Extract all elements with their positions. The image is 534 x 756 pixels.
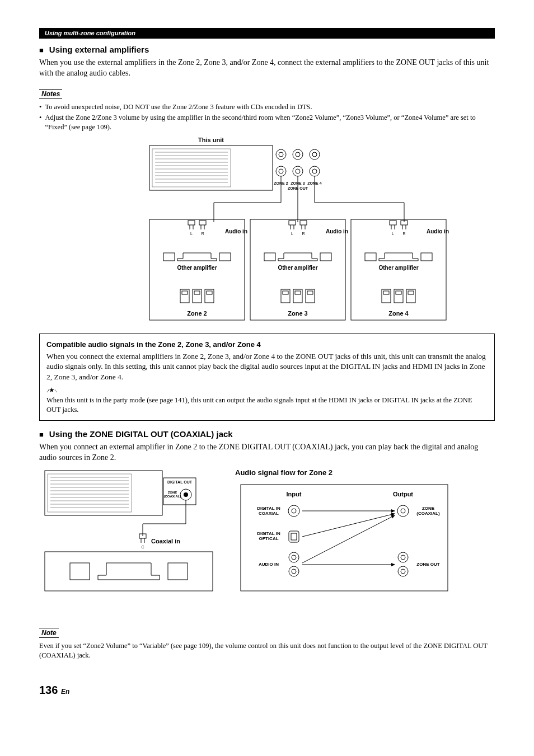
svg-rect-43	[193, 289, 202, 303]
notes-list: To avoid unexpected noise, DO NOT use th…	[39, 102, 495, 132]
svg-rect-84	[396, 291, 401, 294]
svg-rect-83	[394, 289, 403, 303]
svg-point-22	[310, 166, 320, 176]
svg-point-13	[279, 152, 283, 157]
svg-rect-61	[281, 289, 290, 303]
svg-rect-59	[320, 253, 331, 261]
section-title-external-amplifiers: Using external amplifiers	[39, 44, 495, 55]
svg-text:Output: Output	[393, 491, 413, 497]
svg-point-134	[398, 552, 408, 562]
connection-diagram: This unit ZONE 2 ZONE 3 ZONE 4 ZONE OUT	[71, 135, 463, 326]
svg-text:ZONE OUT: ZONE OUT	[416, 562, 439, 567]
svg-point-15	[296, 152, 300, 157]
svg-text:L: L	[392, 232, 394, 236]
svg-point-128	[289, 566, 299, 576]
svg-line-141	[302, 515, 395, 563]
svg-point-18	[276, 166, 286, 176]
svg-text:Input: Input	[287, 491, 302, 497]
svg-rect-78	[365, 253, 376, 261]
svg-rect-29	[188, 220, 195, 225]
svg-point-16	[310, 149, 320, 159]
svg-rect-49	[289, 220, 296, 225]
section-title-zone-digital-out: Using the ZONE DIGITAL OUT (COAXIAL) jac…	[39, 429, 495, 440]
svg-rect-58	[264, 253, 275, 261]
page-num-value: 136	[39, 684, 58, 696]
svg-point-119	[288, 505, 299, 516]
svg-rect-44	[194, 291, 200, 294]
svg-rect-1	[152, 149, 231, 187]
svg-rect-79	[421, 253, 432, 261]
svg-point-120	[292, 509, 296, 513]
svg-rect-64	[295, 291, 301, 294]
compatible-signals-box: Compatible audio signals in the Zone 2, …	[39, 334, 495, 421]
svg-text:R: R	[402, 232, 405, 236]
svg-text:(COAXIAL): (COAXIAL)	[164, 495, 181, 498]
svg-text:Other amplifier: Other amplifier	[278, 265, 317, 271]
svg-text:Zone 4: Zone 4	[388, 310, 409, 317]
svg-text:ZONE: ZONE	[422, 506, 435, 511]
svg-point-129	[292, 569, 296, 574]
svg-rect-46	[207, 291, 212, 294]
compat-hint: When this unit is in the party mode (see…	[46, 396, 488, 415]
svg-rect-63	[293, 289, 302, 303]
note-item: Adjust the Zone 2/Zone 3 volume by using…	[45, 113, 495, 132]
svg-text:AUDIO IN: AUDIO IN	[259, 562, 279, 567]
svg-rect-42	[182, 291, 188, 294]
svg-point-131	[401, 509, 405, 513]
svg-rect-123	[289, 531, 299, 542]
svg-point-14	[293, 149, 303, 159]
zone-box-4: L R Audio in Other amplifier Zone 4	[351, 219, 449, 320]
svg-text:R: R	[302, 232, 305, 236]
svg-text:C: C	[141, 545, 144, 549]
svg-point-136	[398, 566, 408, 576]
hint-icon: .·★·.	[46, 386, 488, 395]
this-unit-label: This unit	[198, 137, 224, 143]
svg-rect-85	[406, 289, 415, 303]
svg-text:Audio in: Audio in	[225, 228, 247, 234]
svg-text:Other amplifier: Other amplifier	[177, 265, 217, 271]
zone-box-2: L R Audio in Other amplifier Zone 2	[149, 219, 247, 320]
breadcrumb: Using multi-zone configuration	[39, 28, 495, 39]
svg-text:OPTICAL: OPTICAL	[259, 536, 278, 541]
zone-box-3: L R Audio in Other amplifier Zone 3	[250, 219, 348, 320]
coaxial-diagram: DIGITAL OUT ZONE (COAXIAL) C Coaxial in	[39, 468, 218, 600]
svg-point-126	[289, 552, 299, 562]
diagram-svg: This unit ZONE 2 ZONE 3 ZONE 4 ZONE OUT	[71, 135, 463, 326]
svg-point-20	[293, 166, 303, 176]
compat-title: Compatible audio signals in the Zone 2, …	[46, 340, 488, 350]
section1-body: When you use the external amplifiers in …	[39, 58, 495, 79]
notes-label: Notes	[39, 89, 62, 99]
svg-rect-33	[199, 220, 206, 225]
svg-rect-69	[390, 220, 396, 225]
svg-point-130	[397, 505, 409, 516]
svg-text:DIGITAL IN: DIGITAL IN	[257, 506, 280, 511]
svg-rect-112	[70, 563, 90, 580]
svg-text:(COAXIAL): (COAXIAL)	[416, 511, 440, 516]
note-item: To avoid unexpected noise, DO NOT use th…	[45, 102, 312, 112]
svg-rect-53	[300, 220, 307, 225]
svg-rect-62	[283, 291, 288, 294]
svg-line-140	[302, 514, 395, 537]
svg-text:Audio in: Audio in	[427, 228, 449, 234]
compat-body: When you connect the external amplifiers…	[46, 351, 488, 382]
svg-rect-41	[180, 289, 189, 303]
svg-rect-81	[382, 289, 391, 303]
svg-text:COAXIAL: COAXIAL	[259, 511, 279, 516]
svg-text:DIGITAL OUT: DIGITAL OUT	[167, 480, 193, 484]
svg-text:DIGITAL IN: DIGITAL IN	[257, 531, 280, 536]
svg-text:ZONE: ZONE	[168, 491, 177, 494]
note-label: Note	[39, 628, 59, 638]
signal-flow-diagram: Audio signal flow for Zone 2 Input Outpu…	[235, 468, 453, 600]
svg-text:L: L	[291, 232, 293, 236]
svg-text:Zone 2: Zone 2	[187, 310, 207, 317]
svg-rect-38	[163, 253, 175, 261]
svg-point-12	[276, 149, 286, 159]
svg-point-127	[292, 555, 296, 560]
svg-point-23	[312, 169, 317, 173]
section2-body: When you connect an external amplifier i…	[39, 442, 495, 463]
svg-point-135	[401, 555, 405, 560]
svg-rect-86	[408, 291, 414, 294]
svg-text:L: L	[190, 232, 193, 236]
svg-point-103	[184, 492, 188, 497]
svg-rect-65	[306, 289, 315, 303]
